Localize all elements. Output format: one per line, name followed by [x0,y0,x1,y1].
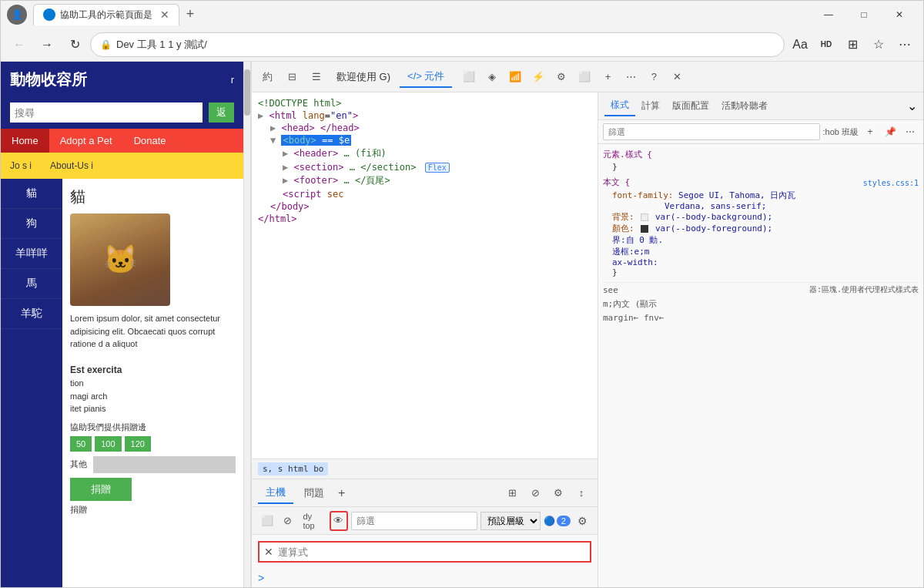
devtools-close-btn[interactable]: ✕ [666,66,688,88]
expression-close-btn[interactable]: ✕ [264,546,273,558]
devtools-inspect-btn[interactable]: 約 [256,66,278,88]
pin-btn[interactable]: 📌 [882,123,899,140]
address-bar[interactable]: 🔒 Dev 工具 1 1 y 測試/ [90,32,785,57]
tree-section[interactable]: ▶ <section> … </section> Flex [258,161,591,173]
console-gear-btn[interactable]: ⚙ [574,511,591,531]
console-icon2[interactable]: ⊘ [279,511,296,531]
tab-host[interactable]: 主機 [258,482,293,504]
screenshot-btn[interactable]: ⬜ [458,66,480,88]
back-button[interactable]: ← [7,32,32,57]
active-tab[interactable]: 協助工具的示範頁面是 ✕ [33,4,179,25]
pseudo-class-filter[interactable]: :hob 班級 [823,126,859,138]
close-button[interactable]: ✕ [882,1,917,28]
nav-donate[interactable]: Donate [123,129,177,153]
tree-script[interactable]: <script sec [258,188,591,200]
forward-button[interactable]: → [35,32,59,57]
search-button[interactable]: 返 [209,102,234,123]
console-btn4[interactable]: ↕ [571,483,591,503]
other-amount-input[interactable] [93,456,236,473]
settings-icon-btn[interactable]: ⚙ [551,66,572,88]
tab-elements[interactable]: </> 元件 [400,66,452,88]
hd-button[interactable]: HD [814,32,839,57]
tree-body[interactable]: ▼ <body> == $e [258,134,591,146]
expression-input[interactable] [278,546,585,558]
scrollbar-thumb[interactable] [244,69,250,116]
performance-btn[interactable]: ⚡ [527,66,549,88]
refresh-button[interactable]: ↻ [62,32,87,57]
amount-120-button[interactable]: 120 [125,436,151,452]
console-toolbar: ⬜ ⊘ dy top 👁 預設層級 🔵 2 ⚙ [252,507,598,535]
styles-expand-btn[interactable]: ⌄ [907,99,917,113]
level-select[interactable]: 預設層級 [480,512,541,530]
console-btn2[interactable]: ⊘ [525,483,545,503]
amount-100-button[interactable]: 100 [95,436,121,452]
donate-section: 協助我們提供捐贈邊 50 100 120 其他 捐贈 捐贈 [70,422,236,516]
animation-btn[interactable]: ◈ [481,66,503,88]
tab-computed[interactable]: 計算 [635,96,666,116]
cat-title: 貓 [70,186,236,207]
title-bar: 👤 協助工具的示範頁面是 ✕ + — □ ✕ [1,1,923,28]
minimize-button[interactable]: — [811,1,846,28]
tree-header[interactable]: ▶ <header> … (fi和) [258,146,591,161]
breadcrumb-item[interactable]: s, s html bo [258,462,328,475]
console-icon1[interactable]: ⬜ [258,511,276,531]
tab-issues[interactable]: 問題 [296,483,332,503]
expand-section[interactable]: ▶ [283,162,288,173]
tab-close-btn[interactable]: ✕ [160,8,169,21]
bg-color-swatch[interactable] [641,213,648,221]
more-tools-btn[interactable]: ⋯ [620,66,641,88]
tree-head[interactable]: ▶ <head> </head> [258,122,591,134]
tab-styles[interactable]: 樣式 [604,96,635,116]
console-btn3[interactable]: ⚙ [548,483,568,503]
nav-jos[interactable]: Jo s i [1,156,41,176]
bold-text: Est exercita [70,363,236,377]
tree-html[interactable]: ▶ <html lang="en"> [258,109,591,122]
styles-filter-input[interactable] [603,123,820,140]
console-chevron[interactable]: > [252,569,598,587]
donate-button[interactable]: 捐贈 [70,478,132,501]
add-tool-btn[interactable]: + [597,66,618,88]
new-tab-button[interactable]: + [179,4,201,25]
amount-50-button[interactable]: 50 [70,436,92,452]
add-console-tab[interactable]: + [335,486,348,500]
expand-head[interactable]: ▶ [270,123,276,133]
scrollbar[interactable] [244,62,250,587]
expand-html[interactable]: ▶ [258,110,263,121]
sidebar-horse[interactable]: 馬 [1,269,62,299]
website-section: 動物收容所 r 返 Home Adopt a Pet Donate Jo s i… [1,62,251,587]
favorites-button[interactable]: ☆ [866,32,891,57]
filter-input[interactable] [351,512,477,530]
nav-about[interactable]: About-Us i [41,156,102,176]
expand-header[interactable]: ▶ [283,148,288,159]
read-aloud-button[interactable]: Aa [788,32,812,57]
profile-icon[interactable]: 👤 [7,5,27,25]
styles-link[interactable]: styles.css:1 [863,179,919,187]
more-styles-btn[interactable]: ⋯ [902,123,919,140]
search-input[interactable] [10,102,203,123]
devtools-device-btn[interactable]: ☰ [306,66,327,88]
help-btn[interactable]: ? [643,66,665,88]
maximize-button[interactable]: □ [846,1,882,28]
tab-layout[interactable]: 版面配置 [666,96,715,116]
nav-adopt[interactable]: Adopt a Pet [49,129,123,153]
layout-icon-btn[interactable]: ⬜ [574,66,595,88]
donate-amounts: 50 100 120 [70,436,236,452]
expand-footer[interactable]: ▶ [283,175,288,186]
expand-body[interactable]: ▼ [270,135,276,146]
nav-home[interactable]: Home [1,129,49,153]
network-btn[interactable]: 📶 [504,66,526,88]
tree-footer[interactable]: ▶ <footer> … </頁尾> [258,173,591,188]
extensions-button[interactable]: ⊞ [840,32,865,57]
color-swatch[interactable] [641,225,648,233]
plus-pseudo-btn[interactable]: + [862,123,879,140]
console-clear-btn[interactable]: ⊞ [502,483,522,503]
html-tree: <!DOCTYPE html> ▶ <html lang="en"> ▶ <he… [252,92,598,459]
sidebar-cat[interactable]: 貓 [1,179,62,209]
more-button[interactable]: ⋯ [892,32,917,57]
sidebar-camel[interactable]: 羊駝 [1,299,62,329]
tab-listeners[interactable]: 活動聆聽者 [715,96,774,116]
eye-btn[interactable]: 👁 [330,511,348,531]
sidebar-dog[interactable]: 狗 [1,209,62,239]
devtools-toggle-btn[interactable]: ⊟ [281,66,303,88]
sidebar-sheep[interactable]: 羊咩咩 [1,239,62,269]
